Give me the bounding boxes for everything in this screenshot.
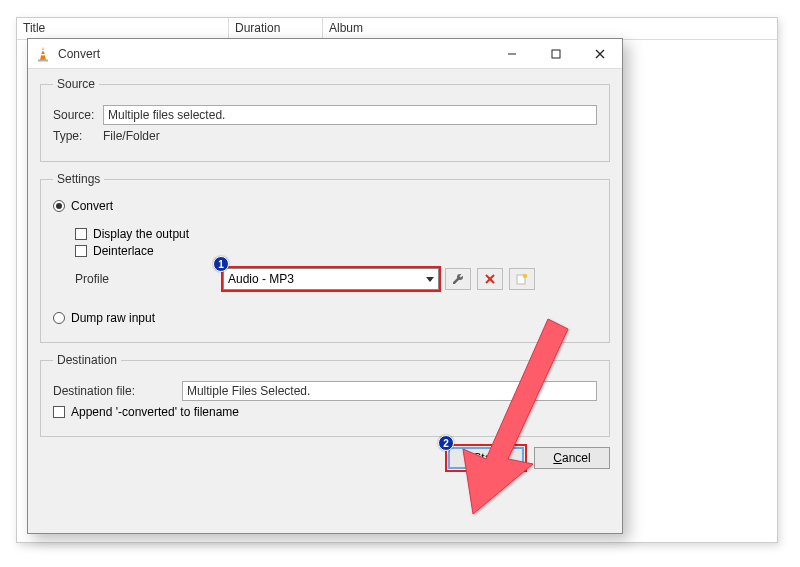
deinterlace-label: Deinterlace — [93, 244, 154, 258]
checkbox-icon — [53, 406, 65, 418]
chevron-down-icon — [426, 277, 434, 282]
col-album[interactable]: Album — [323, 18, 777, 39]
destination-group: Destination Destination file: Append '-c… — [40, 353, 610, 437]
display-output-checkbox[interactable]: Display the output — [75, 227, 597, 241]
svg-rect-5 — [552, 50, 560, 58]
source-label: Source: — [53, 108, 103, 122]
checkbox-icon — [75, 245, 87, 257]
display-output-label: Display the output — [93, 227, 189, 241]
type-value: File/Folder — [103, 129, 160, 143]
cancel-button[interactable]: Cancel — [534, 447, 610, 469]
delete-profile-button[interactable] — [477, 268, 503, 290]
source-group: Source Source: Type: File/Folder — [40, 77, 610, 162]
deinterlace-checkbox[interactable]: Deinterlace — [75, 244, 597, 258]
profile-value: Audio - MP3 — [228, 272, 294, 286]
start-button-label: Start — [473, 451, 498, 465]
settings-group: Settings Convert Display the output Dein… — [40, 172, 610, 343]
annotation-badge-1: 1 — [213, 256, 229, 272]
append-converted-label: Append '-converted' to filename — [71, 405, 239, 419]
annotation-badge-2: 2 — [438, 435, 454, 451]
minimize-button[interactable] — [490, 39, 534, 69]
type-label: Type: — [53, 129, 103, 143]
close-button[interactable] — [578, 39, 622, 69]
x-icon — [483, 272, 497, 286]
vlc-cone-icon — [34, 45, 52, 63]
cancel-button-label: Cancel — [553, 451, 590, 465]
checkbox-icon — [75, 228, 87, 240]
new-profile-button[interactable] — [509, 268, 535, 290]
dump-raw-radio[interactable]: Dump raw input — [53, 311, 597, 325]
col-duration[interactable]: Duration — [229, 18, 323, 39]
column-headers: Title Duration Album — [17, 18, 777, 40]
maximize-button[interactable] — [534, 39, 578, 69]
destination-file-label: Destination file: — [53, 384, 182, 398]
convert-dialog: Convert Source Source: Type: File/Folder… — [27, 38, 623, 534]
col-title[interactable]: Title — [17, 18, 229, 39]
svg-rect-3 — [38, 59, 48, 61]
convert-radio[interactable]: Convert — [53, 199, 597, 213]
new-icon — [515, 272, 529, 286]
svg-marker-0 — [40, 47, 46, 60]
destination-legend: Destination — [53, 353, 121, 367]
radio-icon — [53, 200, 65, 212]
start-button[interactable]: Start — [448, 447, 524, 469]
edit-profile-button[interactable] — [445, 268, 471, 290]
convert-radio-label: Convert — [71, 199, 113, 213]
titlebar: Convert — [28, 39, 622, 69]
svg-rect-1 — [41, 50, 45, 51]
profile-combobox[interactable]: Audio - MP3 — [223, 268, 439, 290]
source-input[interactable] — [103, 105, 597, 125]
dialog-title: Convert — [58, 47, 490, 61]
settings-legend: Settings — [53, 172, 104, 186]
svg-rect-2 — [41, 54, 46, 55]
destination-file-input[interactable] — [182, 381, 597, 401]
wrench-icon — [451, 272, 465, 286]
svg-point-11 — [523, 274, 527, 278]
append-converted-checkbox[interactable]: Append '-converted' to filename — [53, 405, 597, 419]
profile-label: Profile — [53, 272, 223, 286]
radio-icon — [53, 312, 65, 324]
dump-raw-label: Dump raw input — [71, 311, 155, 325]
source-legend: Source — [53, 77, 99, 91]
